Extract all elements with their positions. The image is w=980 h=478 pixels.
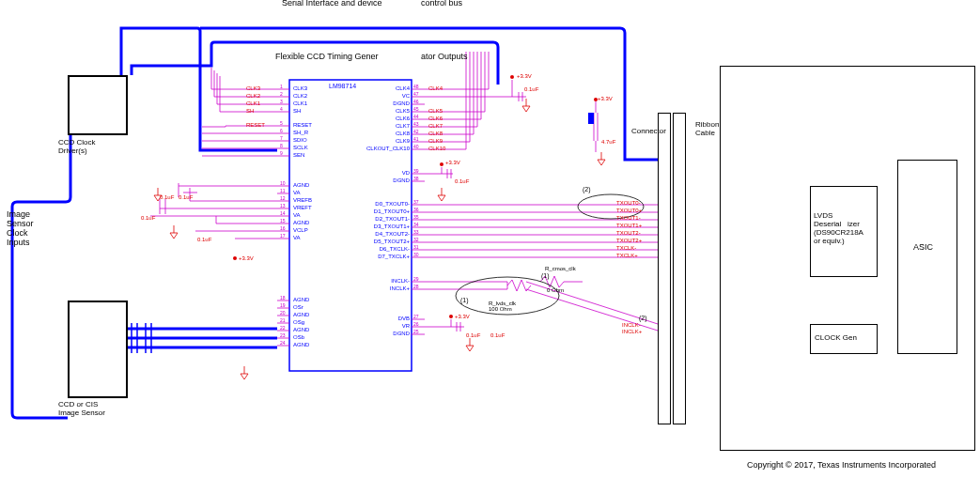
pin-l-5-num: 5	[280, 120, 283, 126]
ccd-sensor-box	[68, 301, 128, 398]
pin-r-40-name: CLKOUT_CLK10	[366, 146, 410, 151]
pin-r-30-num: 30	[413, 252, 419, 257]
sensor-inputs-label: Image Sensor Clock Inputs	[7, 209, 34, 247]
pin-l-10-name: AGND	[293, 182, 309, 188]
txout-3: TXOUT1+	[616, 223, 642, 228]
pin-r-28-name: INCLK+	[390, 285, 410, 291]
pin-l-19-num: 19	[280, 302, 286, 308]
r-cmos-label: R_cmos_clk	[545, 266, 576, 271]
pin-l-11-num: 11	[280, 188, 286, 193]
pin-l-8-name: SCLK	[293, 145, 308, 150]
ic-partnum: LM98714	[329, 83, 356, 89]
pin-l-12-num: 12	[280, 195, 286, 201]
pin-l-3-num: 3	[280, 99, 283, 104]
txout-2: TXOUT1-	[616, 215, 641, 221]
pin-l-20-name: AGND	[293, 312, 309, 317]
pin-l-4-num: 4	[280, 106, 283, 112]
pin-r-34-num: 34	[413, 222, 419, 227]
txout-6: TXCLK-	[616, 245, 636, 251]
txout-4: TXOUT2-	[616, 230, 641, 236]
pin-l-4-name: SH	[293, 108, 301, 114]
pin-r-35-name: D2_TXOUT1-	[375, 216, 410, 222]
cap-01uf-r2: 0.1uF	[455, 178, 469, 184]
pin-l-8-num: 8	[280, 143, 283, 148]
pin-r-47-name: VC	[402, 93, 410, 99]
asic-box	[897, 160, 957, 354]
pin-r-25-name: DGND	[393, 331, 410, 336]
pin-l-23-num: 23	[280, 332, 286, 338]
pin-l-11-name: VA	[293, 190, 301, 195]
pin-l-2-name: CLK2	[293, 93, 307, 99]
sig-r-45: CLK5	[428, 108, 443, 114]
pin-r-41-name: CLK9	[396, 138, 410, 144]
note1a: (1)	[460, 297, 469, 303]
pin-l-1-name: CLK3	[293, 85, 307, 91]
connector-1-label: Connector	[631, 127, 666, 135]
cap-01uf-4: 0.1uF	[197, 237, 211, 242]
pin-r-27-name: DVB	[398, 316, 410, 321]
r-0ohm: 0 Ohm	[547, 287, 564, 293]
pin-l-12-name: VREFB	[293, 197, 312, 203]
pin-l-24-num: 24	[280, 340, 286, 346]
pin-r-31-num: 31	[413, 244, 419, 250]
pin-l-14-name: VA	[293, 212, 301, 218]
title-serial: Serial Interface and device	[282, 0, 382, 8]
pin-r-32-name: D5_TXOUT2+	[374, 239, 410, 244]
sig-r-44: CLK6	[428, 116, 443, 121]
pin-r-32-num: 32	[413, 237, 419, 242]
ccd-sensor-label: CCD or CIS Image Sensor	[58, 400, 105, 417]
cap-01uf-1: 0.1uF	[160, 194, 174, 200]
pin-r-46-num: 46	[413, 99, 419, 104]
pin-r-31-name: D6_TXCLK-	[380, 246, 410, 252]
pin-r-48-name: CLK4	[396, 85, 410, 91]
pin-l-3-name: CLK1	[293, 100, 307, 106]
cap-01uf-r1: 0.1uF	[524, 86, 538, 92]
ccd-clock-label: CCD Clock Driver(s)	[58, 138, 96, 155]
sig-l-3: CLK1	[246, 100, 260, 106]
svg-point-55	[440, 162, 443, 166]
sig-l-2: CLK2	[246, 93, 260, 99]
pin-l-7-num: 7	[280, 135, 283, 141]
pin-r-44-num: 44	[413, 114, 419, 119]
pin-l-20-num: 20	[280, 310, 286, 316]
pin-l-5-name: RESET	[293, 122, 312, 128]
pin-r-38-num: 38	[413, 176, 419, 181]
svg-point-54	[510, 75, 514, 79]
pin-r-38-name: DGND	[393, 177, 410, 183]
pin-r-26-num: 26	[413, 321, 419, 327]
pin-l-22-name: AGND	[293, 327, 309, 332]
pin-r-42-num: 42	[413, 129, 419, 134]
subtitle-timing: Flexible CCD Timing Gener	[275, 52, 379, 61]
pin-r-27-num: 27	[413, 314, 419, 319]
pin-r-45-name: CLK5	[396, 108, 410, 114]
pin-l-13-name: VREFT	[293, 205, 312, 210]
inclk-minus: INCLK-	[622, 322, 641, 328]
svg-point-57	[233, 256, 237, 260]
pin-l-6-num: 6	[280, 128, 283, 133]
pin-r-37-name: D0_TXOUT0-	[375, 201, 410, 207]
pin-l-21-num: 21	[280, 317, 286, 323]
connector-1	[658, 113, 671, 424]
title-control: control bus	[421, 0, 462, 8]
txout-1: TXOUT0+	[616, 208, 642, 213]
pin-r-40-num: 40	[413, 144, 419, 149]
pin-r-39-name: VD	[402, 170, 410, 176]
pin-r-36-num: 36	[413, 207, 419, 212]
sig-r-48: CLK4	[428, 85, 443, 91]
pin-r-44-name: CLK6	[396, 116, 410, 121]
pin-r-42-name: CLK8	[396, 131, 410, 136]
pin-r-41-num: 41	[413, 136, 419, 142]
note2a: (2)	[583, 186, 591, 193]
pin-r-36-name: D1_TXOUT0+	[374, 208, 410, 214]
pin-l-21-name: OSg	[293, 319, 304, 325]
pin-r-29-num: 29	[413, 276, 419, 282]
pin-r-33-num: 33	[413, 229, 419, 235]
note2b: (2)	[639, 315, 647, 321]
pin-l-10-num: 10	[280, 180, 286, 186]
pin-r-30-name: D7_TXCLK+	[378, 254, 410, 259]
sig-r-41: CLK9	[428, 138, 443, 144]
pin-r-37-num: 37	[413, 199, 419, 205]
pin-l-18-name: AGND	[293, 297, 309, 302]
pin-l-15-name: AGND	[293, 220, 309, 225]
clockgen-label: CLOCK Gen	[815, 333, 857, 342]
